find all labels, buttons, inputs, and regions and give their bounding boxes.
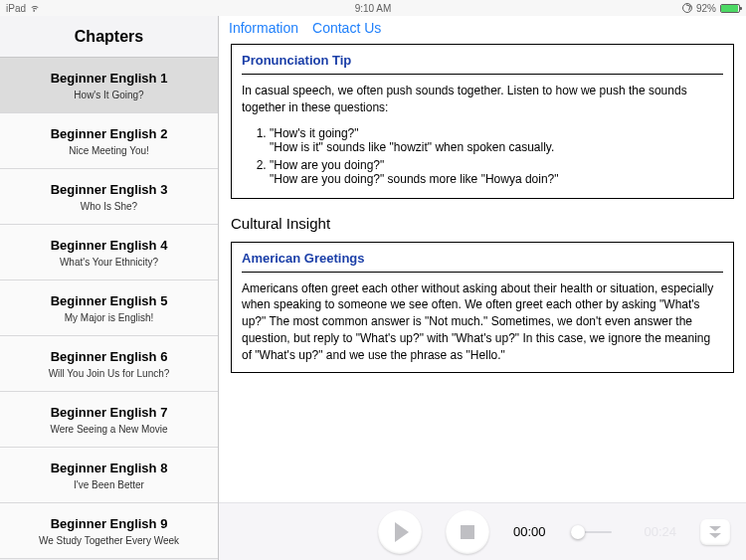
chevron-down-icon (709, 526, 721, 531)
sidebar-item-chapter[interactable]: Beginner English 4What's Your Ethnicity? (0, 225, 218, 280)
list-item: "How are you doing?" "How are you doing?… (270, 158, 723, 186)
stop-button[interactable] (446, 510, 489, 554)
sidebar-item-chapter[interactable]: Beginner English 1How's It Going? (0, 58, 218, 113)
seek-thumb[interactable] (571, 525, 585, 539)
sidebar-title: Chapters (0, 16, 218, 58)
sidebar-item-chapter[interactable]: Beginner English 6Will You Join Us for L… (0, 336, 218, 392)
status-left: iPad (6, 3, 40, 14)
wifi-icon (30, 4, 40, 12)
chapter-subtitle: How's It Going? (74, 90, 143, 100)
example-answer: "How are you doing?" sounds more like "H… (270, 172, 723, 186)
chapter-title: Beginner English 4 (51, 238, 168, 253)
chapter-title: Beginner English 3 (51, 182, 168, 197)
example-question: "How's it going?" (270, 126, 723, 140)
example-answer: "How is it" sounds like "howzit" when sp… (270, 140, 723, 154)
stop-icon (461, 525, 474, 539)
chapter-title: Beginner English 6 (51, 349, 168, 364)
sidebar-item-chapter[interactable]: Beginner English 3Who Is She? (0, 169, 218, 225)
tab-information[interactable]: Information (229, 20, 298, 36)
status-bar: iPad 9:10 AM 92% (0, 0, 746, 16)
pronunciation-list: "How's it going?" "How is it" sounds lik… (270, 126, 723, 186)
status-right: 92% (682, 3, 740, 14)
chapter-title: Beginner English 5 (51, 293, 168, 308)
chapter-title: Beginner English 1 (51, 71, 168, 86)
american-greetings-body: Americans often greet each other without… (242, 280, 723, 364)
chapter-title: Beginner English 8 (51, 461, 168, 475)
sidebar-item-chapter[interactable]: Beginner English 2Nice Meeting You! (0, 113, 218, 169)
device-label: iPad (6, 3, 26, 14)
content-scroll[interactable]: Pronunciation Tip In casual speech, we o… (219, 44, 746, 502)
pronunciation-tip-heading: Pronunciation Tip (242, 53, 723, 75)
chapter-subtitle: Will You Join Us for Lunch? (49, 368, 170, 379)
play-icon (395, 522, 409, 542)
top-tabs: Information Contact Us (219, 16, 746, 44)
pronunciation-tip-card: Pronunciation Tip In casual speech, we o… (231, 44, 734, 199)
chapter-title: Beginner English 7 (51, 405, 168, 420)
play-button[interactable] (378, 510, 422, 554)
list-item: "How's it going?" "How is it" sounds lik… (270, 126, 723, 154)
sidebar-item-chapter[interactable]: Beginner English 9We Study Together Ever… (0, 503, 218, 559)
chapter-title: Beginner English 2 (51, 126, 168, 141)
chapter-subtitle: Nice Meeting You! (69, 145, 149, 156)
chapters-list[interactable]: Beginner English 1How's It Going?Beginne… (0, 58, 218, 560)
chapter-title: Beginner English 9 (51, 516, 168, 531)
american-greetings-heading: American Greetings (242, 251, 723, 273)
cultural-insight-card: American Greetings Americans often greet… (231, 242, 734, 373)
content-pane: Information Contact Us Pronunciation Tip… (219, 16, 746, 560)
chapter-subtitle: My Major is English! (65, 312, 153, 323)
sidebar-item-chapter[interactable]: Beginner English 8I've Been Better (0, 448, 218, 503)
example-question: "How are you doing?" (270, 158, 723, 172)
chapter-subtitle: I've Been Better (74, 479, 144, 490)
pronunciation-tip-intro: In casual speech, we often push sounds t… (242, 83, 723, 116)
battery-percent: 92% (696, 3, 716, 14)
cultural-insight-title: Cultural Insight (231, 215, 734, 232)
battery-icon (720, 4, 740, 13)
chapters-sidebar: Chapters Beginner English 1How's It Goin… (0, 16, 219, 560)
chapter-subtitle: Were Seeing a New Movie (50, 424, 167, 435)
seek-slider[interactable] (578, 531, 613, 533)
current-time: 00:00 (513, 524, 546, 539)
chevron-down-icon (709, 533, 721, 538)
audio-player: 00:00 00:24 (219, 502, 746, 560)
sidebar-item-chapter[interactable]: Beginner English 5My Major is English! (0, 280, 218, 336)
clock: 9:10 AM (355, 3, 392, 14)
chapter-subtitle: What's Your Ethnicity? (60, 257, 158, 268)
sidebar-item-chapter[interactable]: Beginner English 7Were Seeing a New Movi… (0, 392, 218, 448)
orientation-lock-icon (682, 3, 692, 13)
chapter-subtitle: Who Is She? (81, 201, 137, 212)
duration: 00:24 (644, 524, 676, 539)
collapse-button[interactable] (700, 519, 730, 545)
chapter-subtitle: We Study Together Every Week (39, 535, 179, 546)
tab-contact-us[interactable]: Contact Us (312, 20, 381, 36)
